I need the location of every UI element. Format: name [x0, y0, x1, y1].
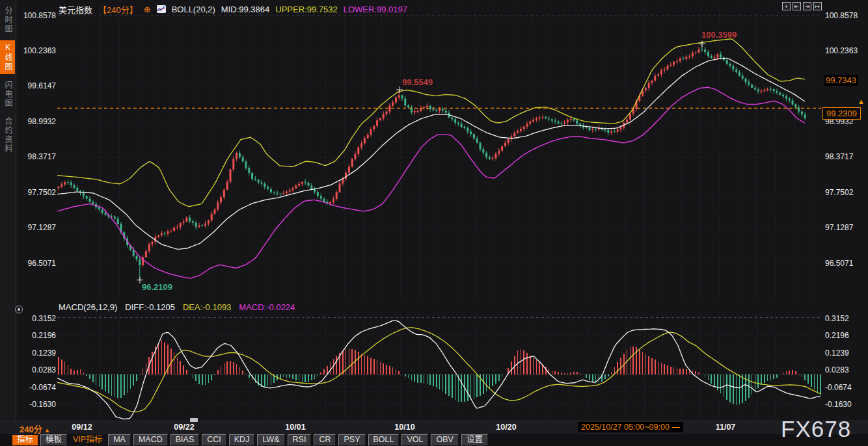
price-axis-label-right: 100.2363	[825, 46, 858, 56]
price-axis-label-right: 100.8578	[825, 11, 858, 21]
macd-axis-label-left: 0.1239	[0, 348, 56, 358]
price-axis-label-left: 96.5071	[0, 259, 56, 269]
main-chart-canvas[interactable]	[57, 7, 821, 300]
price-up-arrow-icon: ▲	[858, 98, 865, 105]
macd-axis-label-left: -0.1630	[0, 400, 56, 410]
price-axis-label-right: 97.1287	[825, 223, 853, 233]
toolbar-button-VOL[interactable]: VOL	[401, 434, 428, 446]
macd-line	[57, 328, 821, 412]
macd-axis-label-right: 0.2196	[825, 331, 849, 341]
price-axis-label-right: 96.5071	[825, 259, 853, 269]
macd-axis-label-right: -0.0674	[825, 383, 852, 393]
date-label: 10/10	[394, 423, 414, 432]
crosshair-icon[interactable]: +	[782, 2, 791, 10]
macd-diff-value: DIFF:-0.1205	[125, 302, 175, 312]
macd-axis-label-right: 0.3152	[825, 314, 849, 324]
period-selector[interactable]: 240分 ▲	[20, 423, 50, 435]
hover-time-tag: 2025/10/27 05:00~09:00 —	[578, 422, 683, 432]
toolbar-button-VIP指标[interactable]: VIP指标	[70, 435, 105, 445]
scroll-thumb[interactable]	[190, 418, 198, 422]
price-axis-label-left: 98.3717	[0, 152, 56, 162]
toolbar-button-PSY[interactable]: PSY	[338, 434, 365, 446]
macd-macd-value: MACD:-0.0224	[239, 302, 295, 312]
time-axis-row: 240分 ▲ 09/1209/2210/0110/1010/2011/07202…	[0, 421, 868, 434]
macd-axis-label-left: 0.3152	[0, 314, 56, 324]
macd-line	[57, 321, 821, 419]
date-label: 11/07	[716, 423, 736, 432]
add-indicator-icon[interactable]: ⊕	[144, 5, 151, 14]
macd-axis-label-left: 0.0283	[0, 365, 56, 375]
upper-band-price-tag: 99.7343	[824, 75, 858, 86]
pan-right-icon[interactable]: ↦	[813, 2, 822, 10]
swing-cross-marker	[396, 86, 403, 93]
macd-chart-canvas[interactable]	[57, 313, 821, 421]
fx678-watermark: FX678	[781, 416, 851, 442]
macd-axis-label-right: 0.1239	[825, 348, 849, 358]
toolbar-button-BOLL[interactable]: BOLL	[368, 434, 400, 446]
date-label: 09/12	[72, 423, 92, 432]
chart-header: 美元指数 【240分】 ⊕ BOLL(20,2) MID:99.3864 UPP…	[59, 3, 407, 15]
toolbar-button-KDJ[interactable]: KDJ	[229, 434, 255, 446]
macd-axis-label-left: 0.2196	[0, 331, 56, 341]
macd-axis-label-right: -0.1630	[825, 400, 852, 410]
price-axis-label-left: 97.7502	[0, 188, 56, 198]
macd-grid	[57, 313, 821, 421]
toolbar-button-指标[interactable]: 指标	[12, 435, 38, 445]
boll-mid-value: MID:99.3864	[221, 5, 269, 14]
toolbar-button-RSI[interactable]: RSI	[288, 434, 312, 446]
price-axis-label-right: 98.3717	[825, 152, 853, 162]
chart-terminal-window: 分时图K线图闪电图合约资料 美元指数 【240分】 ⊕ BOLL(20,2) M…	[0, 0, 868, 446]
symbol-name: 美元指数	[59, 3, 92, 16]
main-grid	[57, 7, 821, 300]
price-axis-label-left: 99.6147	[0, 81, 56, 91]
period-value: 240分	[20, 425, 42, 434]
toolbar-button-CR[interactable]: CR	[314, 434, 336, 446]
indicator-pane-icon[interactable]	[15, 306, 23, 313]
boll-upper-value: UPPER:99.7532	[275, 5, 337, 14]
price-axis-label-left: 97.1287	[0, 223, 56, 233]
indicator-toolbar: 指标模板VIP指标MAMACDBIASCCIKDJLW&RSICRPSYBOLL…	[0, 434, 868, 446]
chart-tools: +⇤⇥↦	[782, 2, 822, 10]
toolbar-button-MA[interactable]: MA	[108, 434, 131, 446]
macd-axis-label-right: 0.0283	[825, 365, 849, 375]
toolbar-button-BIAS[interactable]: BIAS	[170, 434, 200, 446]
period-dropdown-arrow-icon: ▲	[42, 426, 51, 434]
date-label: 09/22	[174, 423, 194, 432]
boll-lower-value: LOWER:99.0197	[344, 5, 407, 14]
chart-icon[interactable]	[157, 5, 166, 13]
macd-histogram	[59, 340, 821, 404]
toolbar-button-MACD[interactable]: MACD	[133, 434, 168, 446]
price-axis-label-right: 97.7502	[825, 188, 853, 198]
swing-cross-marker	[699, 41, 705, 47]
toolbar-button-设置[interactable]: 设置	[461, 434, 488, 446]
toolbar-button-CCI[interactable]: CCI	[202, 434, 226, 446]
price-axis-label-left: 100.8578	[0, 11, 56, 21]
date-label: 10/01	[285, 423, 305, 432]
macd-indicator-label: MACD(26,12,9)	[59, 302, 117, 312]
date-label: 10/20	[496, 423, 516, 432]
compress-right-icon[interactable]: ⇥	[803, 2, 811, 10]
macd-axis-label-left: -0.0674	[0, 383, 56, 393]
price-axis-label-left: 100.2363	[0, 46, 56, 56]
macd-dea-value: DEA:-0.1093	[183, 302, 231, 312]
annotation-swing-high-1: 99.5549	[402, 77, 433, 87]
toolbar-button-模板[interactable]: 模板	[40, 434, 67, 446]
price-axis-label-left: 98.9932	[0, 117, 56, 127]
macd-header: MACD(26,12,9) DIFF:-0.1205 DEA:-0.1093 M…	[59, 302, 295, 312]
period-label[interactable]: 【240分】	[98, 3, 138, 16]
bollinger-line	[57, 39, 805, 207]
annotation-swing-high-2: 100.3599	[701, 30, 737, 40]
compress-left-icon[interactable]: ⇤	[793, 2, 801, 10]
current-price-tag: 99.2309	[822, 107, 861, 120]
boll-indicator-label: BOLL(20,2)	[172, 5, 215, 14]
toolbar-button-OBV[interactable]: OBV	[431, 434, 458, 446]
toolbar-button-LW&[interactable]: LW&	[257, 434, 284, 446]
annotation-swing-low: 96.2109	[142, 282, 172, 292]
sidebar-item-kline-chart[interactable]: K线图	[0, 40, 15, 74]
